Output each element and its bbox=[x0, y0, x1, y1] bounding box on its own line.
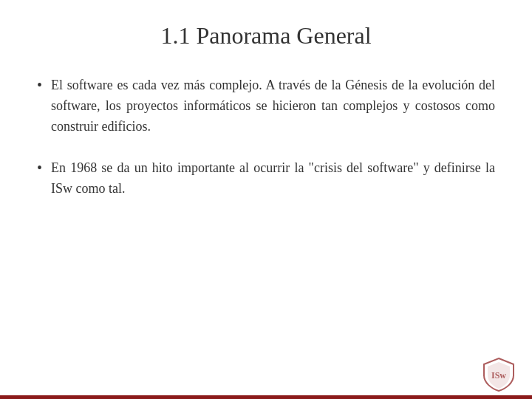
logo-area: ISw bbox=[480, 355, 517, 392]
bullet-item-2: • En 1968 se da un hito importante al oc… bbox=[37, 158, 495, 200]
logo-icon: ISw bbox=[480, 355, 517, 392]
bullet-dot-1: • bbox=[37, 77, 42, 94]
bullet-dot-2: • bbox=[37, 160, 42, 177]
slide: 1.1 Panorama General • El software es ca… bbox=[0, 0, 532, 399]
slide-title: 1.1 Panorama General bbox=[37, 22, 495, 53]
bullet-text-1: El software es cada vez más complejo. A … bbox=[51, 75, 495, 137]
bullet-text-2: En 1968 se da un hito importante al ocur… bbox=[51, 158, 495, 200]
bullet-item-1: • El software es cada vez más complejo. … bbox=[37, 75, 495, 137]
svg-text:ISw: ISw bbox=[491, 370, 506, 381]
content-area: • El software es cada vez más complejo. … bbox=[37, 75, 495, 369]
bottom-accent-bar bbox=[0, 395, 532, 399]
